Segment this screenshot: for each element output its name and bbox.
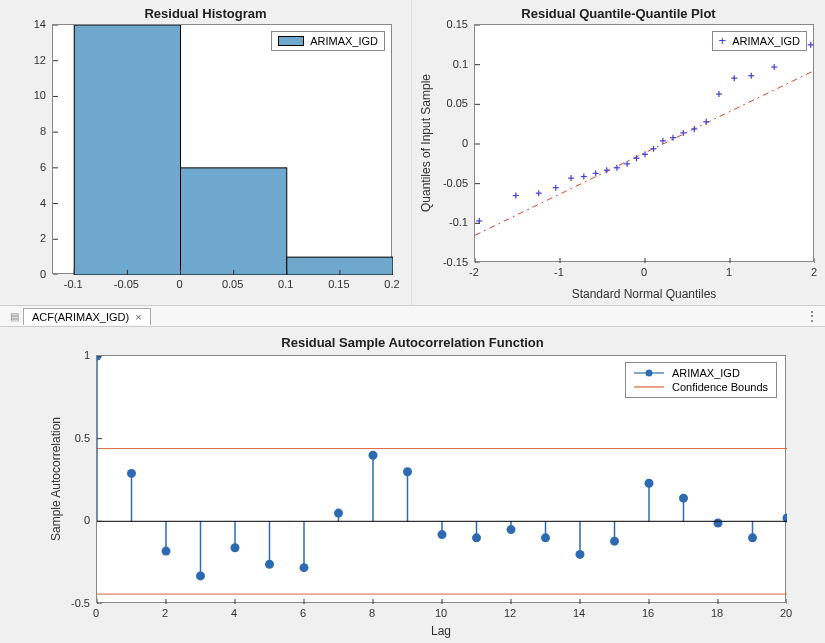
svg-text:1: 1 (84, 349, 90, 361)
acf-legend-label-2: Confidence Bounds (672, 381, 768, 393)
svg-point-139 (610, 537, 619, 546)
svg-point-127 (403, 467, 412, 476)
histogram-legend: ARIMAX_IGD (271, 31, 385, 51)
tab-label: ACF(ARIMAX_IGD) (32, 311, 129, 323)
svg-text:8: 8 (369, 607, 375, 619)
svg-text:2: 2 (811, 266, 817, 278)
svg-point-121 (300, 563, 309, 572)
svg-text:-0.05: -0.05 (114, 278, 139, 290)
svg-text:6: 6 (40, 161, 46, 173)
qq-legend-label: ARIMAX_IGD (732, 35, 800, 47)
histogram-title: Residual Histogram (0, 6, 411, 21)
svg-point-111 (127, 469, 136, 478)
svg-text:Quantiles of Input Sample: Quantiles of Input Sample (419, 74, 433, 212)
svg-text:0.2: 0.2 (384, 278, 399, 290)
svg-text:0.5: 0.5 (75, 432, 90, 444)
legend-swatch (278, 36, 304, 46)
svg-text:20: 20 (780, 607, 792, 619)
svg-point-133 (507, 525, 516, 534)
svg-point-129 (438, 530, 447, 539)
acf-title: Residual Sample Autocorrelation Function (0, 335, 825, 350)
svg-text:6: 6 (300, 607, 306, 619)
svg-point-113 (162, 547, 171, 556)
svg-text:Standard Normal Quantiles: Standard Normal Quantiles (572, 287, 717, 301)
residual-histogram-panel: Residual Histogram ARIMAX_IGD -0.1-0.050… (0, 0, 412, 305)
svg-text:1: 1 (726, 266, 732, 278)
stem-marker-icon (634, 368, 664, 378)
svg-text:-0.15: -0.15 (443, 256, 468, 268)
tab-grip-icon: ▤ (10, 311, 19, 322)
acf-axes: ARIMAX_IGD Confidence Bounds (96, 355, 786, 603)
tab-acf[interactable]: ACF(ARIMAX_IGD) × (23, 308, 151, 325)
histogram-legend-label: ARIMAX_IGD (310, 35, 378, 47)
svg-text:-0.1: -0.1 (449, 216, 468, 228)
svg-point-145 (714, 518, 723, 527)
svg-point-123 (334, 509, 343, 518)
svg-text:0: 0 (93, 607, 99, 619)
qq-title: Residual Quantile-Quantile Plot (412, 6, 825, 21)
svg-text:0.05: 0.05 (447, 97, 468, 109)
svg-text:0: 0 (176, 278, 182, 290)
svg-text:-0.1: -0.1 (64, 278, 83, 290)
svg-text:0.05: 0.05 (222, 278, 243, 290)
histogram-axes: ARIMAX_IGD (52, 24, 392, 274)
svg-point-167 (645, 370, 652, 377)
svg-text:4: 4 (231, 607, 237, 619)
svg-text:10: 10 (34, 89, 46, 101)
svg-text:0.1: 0.1 (453, 58, 468, 70)
svg-text:-1: -1 (554, 266, 564, 278)
svg-point-147 (748, 533, 757, 542)
svg-point-119 (265, 560, 274, 569)
svg-text:-0.5: -0.5 (71, 597, 90, 609)
histogram-svg (53, 25, 393, 275)
close-icon[interactable]: × (135, 311, 141, 323)
acf-legend-label-1: ARIMAX_IGD (672, 367, 740, 379)
svg-text:2: 2 (40, 232, 46, 244)
svg-point-117 (231, 543, 240, 552)
svg-text:2: 2 (162, 607, 168, 619)
qq-svg (475, 25, 815, 263)
svg-text:12: 12 (504, 607, 516, 619)
svg-text:14: 14 (573, 607, 585, 619)
svg-text:16: 16 (642, 607, 654, 619)
qq-axes: + ARIMAX_IGD (474, 24, 814, 262)
bounds-line-icon (634, 382, 664, 392)
svg-text:-0.05: -0.05 (443, 177, 468, 189)
svg-point-131 (472, 533, 481, 542)
qq-plot-panel: Residual Quantile-Quantile Plot + ARIMAX… (412, 0, 825, 305)
svg-point-109 (97, 356, 102, 361)
svg-text:0: 0 (84, 514, 90, 526)
svg-text:12: 12 (34, 54, 46, 66)
svg-text:0.15: 0.15 (328, 278, 349, 290)
tab-bar: ▤ ACF(ARIMAX_IGD) × ⋮ (0, 305, 825, 327)
kebab-icon[interactable]: ⋮ (805, 308, 819, 324)
svg-text:18: 18 (711, 607, 723, 619)
svg-point-135 (541, 533, 550, 542)
acf-legend: ARIMAX_IGD Confidence Bounds (625, 362, 777, 398)
acf-panel: Residual Sample Autocorrelation Function… (0, 327, 825, 643)
svg-point-115 (196, 571, 205, 580)
svg-text:0.1: 0.1 (278, 278, 293, 290)
svg-text:0: 0 (462, 137, 468, 149)
svg-rect-1 (181, 168, 287, 275)
svg-text:4: 4 (40, 197, 46, 209)
svg-text:0: 0 (641, 266, 647, 278)
svg-text:Sample Autocorrelation: Sample Autocorrelation (49, 417, 63, 541)
svg-text:0: 0 (40, 268, 46, 280)
svg-point-125 (369, 451, 378, 460)
qq-legend: + ARIMAX_IGD (712, 31, 807, 51)
svg-text:10: 10 (435, 607, 447, 619)
svg-rect-0 (74, 25, 180, 275)
svg-point-141 (645, 479, 654, 488)
svg-point-143 (679, 494, 688, 503)
svg-point-137 (576, 550, 585, 559)
plus-marker-icon: + (719, 36, 727, 46)
svg-text:-2: -2 (469, 266, 479, 278)
svg-text:8: 8 (40, 125, 46, 137)
svg-text:Lag: Lag (431, 624, 451, 638)
